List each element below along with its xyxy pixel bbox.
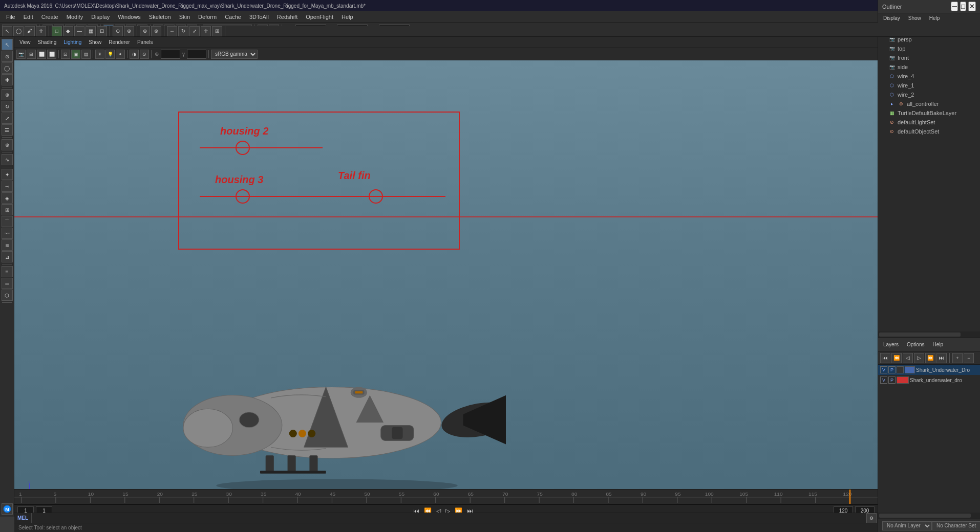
light-all-btn[interactable]: ✦ [116, 50, 125, 59]
ol-item-turtlebake[interactable]: ▦ TurtleDefaultBakeLayer [878, 108, 980, 118]
bend-lt[interactable]: ⌒ [2, 216, 13, 227]
color-space-select[interactable]: sRGB gamma [211, 50, 258, 59]
ol-menu-help[interactable]: Help [927, 14, 942, 23]
show-manip-lt[interactable]: ☰ [2, 124, 13, 136]
light-def-btn[interactable]: 💡 [105, 50, 115, 59]
layers-menu-layers[interactable]: Layers [882, 340, 900, 350]
layer-row-shark-drone[interactable]: V P Shark_Underwater_Dro [878, 365, 980, 375]
wrinkle-lt[interactable]: ≋ [2, 239, 13, 251]
layers-next-btn[interactable]: ⏭ [936, 353, 947, 363]
housing2-ctrl[interactable] [236, 141, 250, 155]
menu-create[interactable]: Create [37, 11, 62, 23]
ao-btn[interactable]: ⊙ [140, 50, 149, 59]
menu-cache[interactable]: Cache [221, 11, 245, 23]
move-pivot[interactable]: ✛ [36, 26, 46, 36]
viewport-canvas[interactable]: housing 2 housing 3 Tail fin [14, 60, 878, 517]
char-set-select[interactable]: No Character Set [932, 521, 980, 530]
menu-modify[interactable]: Modify [62, 11, 87, 23]
ol-menu-display[interactable]: Display [881, 14, 902, 23]
layer-visibility-2[interactable]: V [880, 376, 887, 384]
sel-edge-btn[interactable]: — [74, 26, 84, 36]
ol-item-wire4[interactable]: ⬡ wire_4 [878, 72, 980, 81]
sel-vert-btn[interactable]: ◆ [63, 26, 73, 36]
texture-btn[interactable]: ▤ [81, 50, 91, 59]
lasso-lt[interactable]: ◯ [2, 62, 13, 74]
ol-item-wire2[interactable]: ⬡ wire_2 [878, 90, 980, 99]
ol-item-defobjset[interactable]: ⊙ defaultObjectSet [878, 127, 980, 136]
anim-layer-select[interactable]: No Anim Layer [882, 521, 932, 530]
vp-menu-lighting[interactable]: Lighting [60, 37, 84, 48]
menu-help[interactable]: Help [337, 11, 357, 23]
soft-sel-btn[interactable]: ⊙ [113, 26, 123, 36]
move-lt[interactable]: ⊕ [2, 89, 13, 100]
layer-playback-2[interactable]: P [888, 376, 896, 384]
layers-del-btn[interactable]: − [964, 353, 974, 363]
vp-menu-renderer[interactable]: Renderer [105, 37, 133, 48]
grid-btn[interactable]: ⊞ [27, 50, 36, 59]
resolution-btn[interactable]: ⬜ [47, 50, 56, 59]
select-mode-btn[interactable]: ↖ [2, 26, 12, 36]
outliner-close[interactable]: ✕ [968, 2, 976, 11]
tweak-btn[interactable]: ⊛ [124, 26, 134, 36]
node-lt[interactable]: ⬡ [2, 290, 13, 301]
vp-menu-panels[interactable]: Panels [134, 37, 156, 48]
mel-input[interactable] [32, 513, 866, 523]
smooth-shade-btn[interactable]: ▣ [71, 50, 80, 59]
rotate-lt[interactable]: ↻ [2, 101, 13, 112]
move-tool2[interactable]: ↔ [167, 26, 177, 36]
menu-display[interactable]: Display [87, 11, 114, 23]
paint-btn[interactable]: 🖌 [25, 26, 35, 36]
wire-lt[interactable]: 〰 [2, 228, 13, 239]
xform-btn[interactable]: ⊞ [212, 26, 222, 36]
layers-play-btn[interactable]: ▷ [914, 353, 924, 363]
scale-lt[interactable]: ⤢ [2, 113, 13, 124]
menu-deform[interactable]: Deform [194, 11, 221, 23]
layers-play-back-btn[interactable]: ◁ [903, 353, 913, 363]
track-lt[interactable]: ✚ [2, 74, 13, 85]
outliner-scrollbar[interactable] [878, 331, 980, 338]
uni-man-btn[interactable]: ✛ [201, 26, 211, 36]
ik-lt[interactable]: ⊸ [2, 181, 13, 192]
outliner-minimize[interactable]: ─ [951, 2, 957, 11]
sel-obj-btn[interactable]: □ [52, 26, 62, 36]
ol-item-front[interactable]: 📷 front [878, 53, 980, 62]
layers-prev-btn[interactable]: ⏮ [880, 353, 890, 363]
ol-item-wire1[interactable]: ⬡ wire_1 [878, 81, 980, 90]
shadow-btn[interactable]: ◑ [130, 50, 139, 59]
select-tool-lt[interactable]: ↖ [2, 39, 13, 50]
vp-menu-show[interactable]: Show [86, 37, 104, 48]
film-gate-btn[interactable]: ⬜ [37, 50, 46, 59]
ol-menu-show[interactable]: Show [906, 14, 923, 23]
light-off-btn[interactable]: ☀ [95, 50, 104, 59]
layers-rew-btn[interactable]: ⏪ [891, 353, 902, 363]
timeline-ruler[interactable]: 1 5 10 15 20 25 30 35 40 45 50 55 60 [14, 489, 878, 504]
outliner-maximize[interactable]: □ [960, 2, 966, 11]
channel-lt[interactable]: ≔ [2, 278, 13, 289]
layers-menu-help[interactable]: Help [931, 340, 944, 350]
exposure-field[interactable]: 0.00 [161, 50, 180, 59]
menu-openflight[interactable]: OpenFlight [302, 11, 337, 23]
bs-lt[interactable]: ⊿ [2, 251, 13, 262]
sel-face-btn[interactable]: ▦ [86, 26, 96, 36]
tailfin-ctrl[interactable] [369, 189, 383, 204]
lattice-lt[interactable]: ⊞ [2, 204, 13, 215]
layers-add-btn[interactable]: + [952, 353, 963, 363]
soft-sel-lt[interactable]: ⊛ [2, 139, 13, 150]
menu-skeleton[interactable]: Skeleton [145, 11, 175, 23]
menu-windows[interactable]: Windows [114, 11, 145, 23]
vp-menu-view[interactable]: View [16, 37, 34, 48]
housing3-ctrl[interactable] [236, 189, 250, 204]
menu-file[interactable]: File [2, 11, 19, 23]
scale-tool2[interactable]: ⤢ [189, 26, 200, 36]
paint-select-lt[interactable]: ⊙ [2, 51, 13, 62]
layers-fwd-btn[interactable]: ⏩ [925, 353, 935, 363]
sculpt-lt[interactable]: ∿ [2, 154, 13, 165]
gamma-field[interactable]: 1.00 [187, 50, 206, 59]
layer-visibility-1[interactable]: V [880, 366, 887, 373]
lasso-btn[interactable]: ◯ [13, 26, 24, 36]
wireframe-btn[interactable]: ⊡ [61, 50, 70, 59]
sel-uv-btn[interactable]: ⊡ [97, 26, 107, 36]
menu-redshift[interactable]: Redshift [273, 11, 302, 23]
layer-playback-1[interactable]: P [888, 366, 896, 373]
ol-item-top[interactable]: 📷 top [878, 44, 980, 53]
